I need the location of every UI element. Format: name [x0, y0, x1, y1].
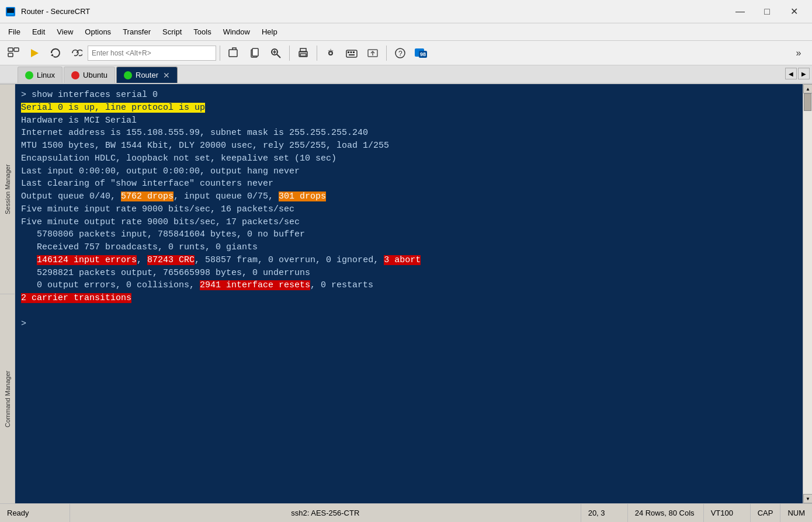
clone-session-icon[interactable]: [245, 44, 265, 62]
minimize-button[interactable]: —: [727, 2, 754, 21]
terminal-container[interactable]: > show interfaces serial 0Serial 0 is up…: [15, 84, 803, 503]
svg-rect-21: [353, 51, 355, 53]
cap-label: CAP: [758, 509, 773, 517]
tab-router-close[interactable]: ✕: [163, 71, 170, 80]
menu-view[interactable]: View: [51, 25, 79, 39]
sftp-icon[interactable]: [363, 44, 383, 62]
scrollbar-thumb[interactable]: [804, 93, 811, 111]
status-ready: Ready: [0, 504, 70, 522]
svg-rect-18: [346, 50, 357, 57]
tab-router-indicator: [124, 71, 132, 79]
find-icon[interactable]: [266, 44, 286, 62]
separator-1: [220, 46, 220, 61]
svg-line-11: [277, 54, 280, 58]
tab-ubuntu-label: Ubuntu: [83, 71, 107, 79]
size-label: 24 Rows, 80 Cols: [635, 509, 695, 517]
status-size: 24 Rows, 80 Cols: [628, 504, 704, 522]
host-input[interactable]: [92, 49, 209, 57]
window-title: Router - SecureCRT: [21, 7, 727, 16]
terminal-line: Internet address is 155.108.555.99, subn…: [21, 127, 797, 140]
status-num: NUM: [780, 504, 812, 522]
svg-rect-9: [252, 48, 258, 56]
tab-linux[interactable]: Linux: [18, 67, 63, 83]
menu-script[interactable]: Script: [157, 25, 188, 39]
session-manager-tab[interactable]: Session Manager: [0, 84, 15, 294]
tabs-bar: Linux Ubuntu Router ✕ ◀ ▶: [0, 65, 812, 84]
command-manager-tab[interactable]: Command Manager: [0, 294, 15, 503]
svg-rect-3: [8, 48, 13, 51]
svg-rect-2: [8, 13, 13, 15]
close-button[interactable]: ✕: [780, 2, 807, 21]
terminal-line: > show interfaces serial 0: [21, 89, 797, 102]
ssh-label: ssh2: AES-256-CTR: [291, 509, 359, 517]
terminal-line: 5780806 packets input, 785841604 bytes, …: [21, 228, 797, 241]
app-icon: [5, 6, 16, 18]
svg-rect-5: [8, 53, 13, 57]
position-label: 20, 3: [588, 509, 605, 517]
print-icon[interactable]: [293, 44, 313, 62]
terminal-line: Last input 0:00:00, output 0:00:00, outp…: [21, 165, 797, 178]
scrollbar-track[interactable]: [803, 93, 812, 494]
options-icon[interactable]: [321, 44, 341, 62]
vt-label: VT100: [711, 509, 733, 517]
terminal-line: Hardware is MCI Serial: [21, 114, 797, 127]
terminal-line: Five minute output rate 9000 bits/sec, 1…: [21, 216, 797, 229]
ready-label: Ready: [7, 509, 29, 517]
menu-file[interactable]: File: [2, 25, 26, 39]
status-ssh: ssh2: AES-256-CTR: [70, 504, 581, 522]
terminal-line: Output queue 0/40, 5762 drops, input que…: [21, 190, 797, 203]
num-label: NUM: [787, 509, 805, 517]
menu-edit[interactable]: Edit: [26, 25, 51, 39]
tabs-next-button[interactable]: ▶: [798, 68, 810, 79]
terminal-line: 2 carrier transitions: [21, 292, 797, 305]
terminal-line: 5298821 packets output, 765665998 bytes,…: [21, 267, 797, 280]
scrollbar[interactable]: ▲ ▼: [803, 84, 812, 503]
terminal-line: Five minute input rate 9000 bits/sec, 16…: [21, 203, 797, 216]
session-manager-icon[interactable]: [4, 44, 23, 62]
more-icon[interactable]: »: [789, 44, 808, 62]
terminal-line: Encapsulation HDLC, loopback not set, ke…: [21, 152, 797, 165]
terminal-line: 0 output errors, 0 collisions, 2941 inte…: [21, 279, 797, 292]
tab-ubuntu[interactable]: Ubuntu: [64, 67, 115, 83]
tab-router[interactable]: Router ✕: [116, 67, 178, 83]
quick-connect-icon[interactable]: [25, 44, 44, 62]
separator-3: [317, 46, 317, 61]
toolbar: ? 98 »: [0, 41, 812, 65]
keymap-icon[interactable]: [342, 44, 362, 62]
separator-4: [386, 46, 387, 61]
status-cap: CAP: [751, 504, 781, 522]
svg-rect-19: [348, 51, 349, 53]
scrollbar-up[interactable]: ▲: [803, 84, 812, 93]
menu-help[interactable]: Help: [256, 25, 283, 39]
svg-rect-16: [300, 54, 306, 56]
tab-ubuntu-indicator: [71, 71, 79, 79]
reconnect-icon[interactable]: [46, 44, 65, 62]
reconnect-all-icon[interactable]: [67, 44, 86, 62]
terminal[interactable]: > show interfaces serial 0Serial 0 is up…: [15, 84, 803, 503]
host-input-container[interactable]: [88, 46, 216, 61]
scrollbar-down[interactable]: ▼: [803, 494, 812, 503]
menu-window[interactable]: Window: [217, 25, 256, 39]
title-bar: Router - SecureCRT — □ ✕: [0, 0, 812, 23]
window-controls: — □ ✕: [727, 2, 807, 21]
status-vt: VT100: [704, 504, 751, 522]
svg-text:?: ?: [398, 50, 402, 58]
menu-bar: File Edit View Options Transfer Script T…: [0, 23, 812, 41]
tabs-navigation: ◀ ▶: [785, 68, 810, 79]
status-position: 20, 3: [581, 504, 628, 522]
menu-transfer[interactable]: Transfer: [117, 25, 157, 39]
terminal-line: Serial 0 is up, line protocol is up: [21, 102, 797, 114]
maximize-button[interactable]: □: [754, 2, 780, 21]
terminal-line: [21, 305, 797, 318]
svg-rect-1: [7, 8, 14, 13]
new-tab-icon[interactable]: [224, 44, 244, 62]
tabs-prev-button[interactable]: ◀: [785, 68, 797, 79]
tab-linux-indicator: [25, 71, 33, 79]
tab-linux-label: Linux: [37, 71, 55, 79]
menu-tools[interactable]: Tools: [188, 25, 217, 39]
help-icon[interactable]: ?: [390, 44, 410, 62]
extra-icon[interactable]: 98: [411, 44, 431, 62]
svg-marker-6: [31, 49, 39, 57]
terminal-line: Last clearing of "show interface" counte…: [21, 178, 797, 190]
menu-options[interactable]: Options: [79, 25, 117, 39]
